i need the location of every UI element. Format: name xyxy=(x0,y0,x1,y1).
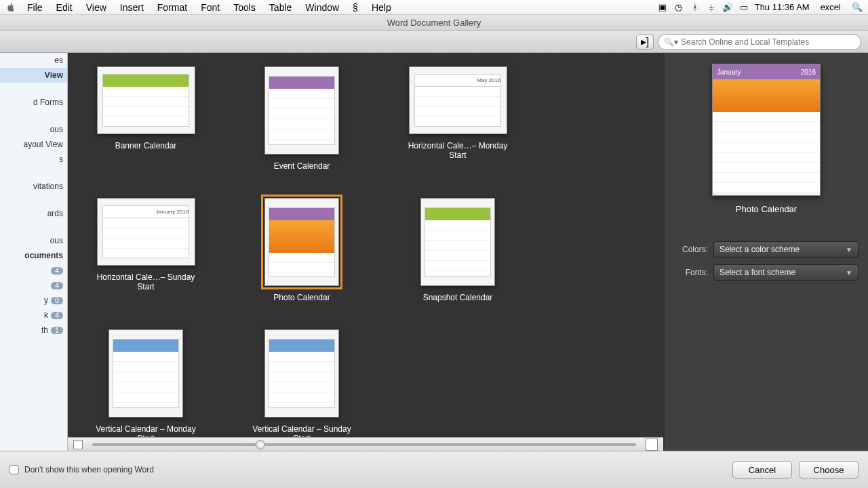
sidebar-recent[interactable]: 4 xyxy=(0,263,67,278)
sidebar-recent[interactable]: y0 xyxy=(0,293,67,308)
small-thumb-icon[interactable] xyxy=(73,440,83,449)
mac-menubar: File Edit View Insert Format Font Tools … xyxy=(0,0,868,15)
template-label: Horizontal Cale…– Monday Start xyxy=(400,141,515,160)
timemachine-icon[interactable]: ◷ xyxy=(673,2,684,12)
menu-help[interactable]: Help xyxy=(365,2,398,13)
preview-month: January xyxy=(717,68,741,76)
chevron-down-icon: ▼ xyxy=(846,246,852,253)
volume-icon[interactable]: 🔊 xyxy=(722,2,733,12)
template-thumbnail: January 2016 xyxy=(97,198,195,266)
template-thumbnail xyxy=(108,329,183,418)
sidebar-item[interactable]: vitations xyxy=(0,179,67,194)
zoom-slider[interactable] xyxy=(92,443,636,446)
clock[interactable]: Thu 11:36 AM xyxy=(755,2,810,12)
slideshow-button[interactable]: ▸] xyxy=(636,35,654,49)
template-thumbnail xyxy=(420,198,495,286)
template-item[interactable]: Vertical Calendar – Sunday Start xyxy=(244,329,359,443)
dont-show-checkbox[interactable] xyxy=(9,465,19,474)
window-title: Word Document Gallery xyxy=(387,18,481,28)
window-titlebar: Word Document Gallery xyxy=(0,15,868,31)
battery-icon[interactable]: ▭ xyxy=(738,2,749,12)
apple-icon xyxy=(5,2,16,13)
active-app-name[interactable]: excel xyxy=(821,2,841,12)
menu-insert[interactable]: Insert xyxy=(113,2,151,13)
template-thumbnail: May 2016 xyxy=(409,66,507,134)
template-item[interactable]: January 2016Horizontal Cale…– Sunday Sta… xyxy=(88,198,203,302)
thumbnail-size-bar xyxy=(68,437,663,451)
spotlight-icon[interactable]: 🔍 xyxy=(852,2,863,12)
menu-view[interactable]: View xyxy=(79,2,113,13)
template-thumbnail xyxy=(264,198,339,286)
preview-title: Photo Calendar xyxy=(736,204,797,214)
large-thumb-icon[interactable] xyxy=(646,439,658,451)
sidebar-item[interactable]: s xyxy=(0,152,67,167)
menu-window[interactable]: Window xyxy=(298,2,346,13)
colors-label: Colors: xyxy=(674,245,708,254)
dialog-footer: Don't show this when opening Word Cancel… xyxy=(0,451,868,488)
fonts-select[interactable]: Select a font scheme▼ xyxy=(713,264,859,281)
preview-pane: January 2016 Photo Calendar Colors: Sele… xyxy=(665,53,868,451)
sidebar-item[interactable]: ayout View xyxy=(0,137,67,152)
cancel-button[interactable]: Cancel xyxy=(732,461,792,479)
template-gallery: Banner CalendarEvent CalendarMay 2016Hor… xyxy=(68,53,665,451)
template-item[interactable]: Photo Calendar xyxy=(244,198,359,302)
dont-show-label: Don't show this when opening Word xyxy=(24,465,154,474)
preview-year: 2016 xyxy=(801,68,816,76)
search-icon[interactable]: 🔍▾ xyxy=(664,37,678,47)
play-icon: ▸] xyxy=(641,35,649,48)
menu-table[interactable]: Table xyxy=(262,2,298,13)
sidebar-item[interactable]: es xyxy=(0,53,67,68)
template-item[interactable]: Vertical Calendar – Monday Start xyxy=(88,329,203,443)
choose-button[interactable]: Choose xyxy=(799,461,859,479)
template-label: Photo Calendar xyxy=(273,293,330,302)
template-item[interactable]: May 2016Horizontal Cale…– Monday Start xyxy=(400,66,515,171)
preview-thumbnail: January 2016 xyxy=(712,64,821,196)
template-item[interactable]: Banner Calendar xyxy=(88,66,203,171)
wifi-icon[interactable]: ⏚ xyxy=(706,2,717,12)
template-thumbnail xyxy=(264,66,339,155)
sidebar-recent[interactable]: k4 xyxy=(0,308,67,323)
template-label: Event Calendar xyxy=(274,161,330,171)
chevron-down-icon: ▼ xyxy=(846,269,852,277)
script-icon[interactable]: § xyxy=(346,2,365,13)
menu-font[interactable]: Font xyxy=(194,2,226,13)
menu-file[interactable]: File xyxy=(20,2,50,13)
gallery-toolbar: ▸] 🔍▾ xyxy=(0,31,868,53)
sidebar-item-view[interactable]: View xyxy=(0,68,67,83)
sidebar-item[interactable]: d Forms xyxy=(0,95,67,110)
sidebar-item[interactable]: ards xyxy=(0,206,67,221)
template-item[interactable]: Event Calendar xyxy=(244,66,359,171)
sidebar-item-documents[interactable]: ocuments xyxy=(0,248,67,263)
bluetooth-icon[interactable]: ᚼ xyxy=(690,2,701,12)
template-label: Snapshot Calendar xyxy=(423,293,493,302)
menubar-status: ▣ ◷ ᚼ ⏚ 🔊 ▭ Thu 11:36 AM excel 🔍 xyxy=(657,2,863,12)
template-label: Horizontal Cale…– Sunday Start xyxy=(88,272,203,291)
search-input[interactable] xyxy=(681,37,855,47)
sidebar-recent[interactable]: 4 xyxy=(0,278,67,293)
template-label: Banner Calendar xyxy=(115,141,177,150)
menu-format[interactable]: Format xyxy=(151,2,194,13)
sidebar-item[interactable]: ous xyxy=(0,233,67,248)
menu-edit[interactable]: Edit xyxy=(50,2,79,13)
slider-knob[interactable] xyxy=(256,440,265,449)
template-item[interactable]: Snapshot Calendar xyxy=(400,198,515,302)
fonts-label: Fonts: xyxy=(674,268,708,277)
screencast-icon[interactable]: ▣ xyxy=(657,2,668,12)
template-category-sidebar[interactable]: es View d Forms ous ayout View s vitatio… xyxy=(0,53,68,451)
search-wrap: 🔍▾ xyxy=(658,34,861,50)
colors-select[interactable]: Select a color scheme▼ xyxy=(713,241,859,258)
template-thumbnail xyxy=(264,329,339,418)
sidebar-recent[interactable]: th1 xyxy=(0,323,67,338)
menu-tools[interactable]: Tools xyxy=(226,2,262,13)
sidebar-item[interactable]: ous xyxy=(0,122,67,137)
template-thumbnail xyxy=(97,66,195,134)
